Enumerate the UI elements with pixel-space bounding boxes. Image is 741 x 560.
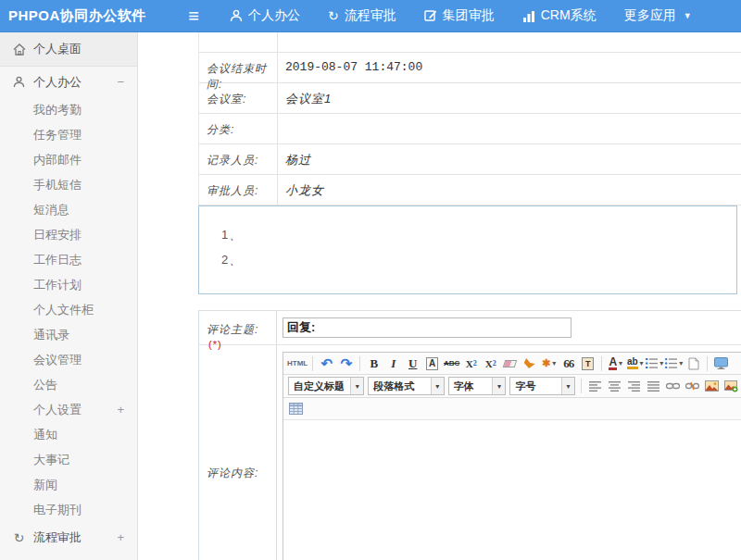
sidebar-item-label: 流程审批: [33, 529, 82, 546]
sidebar-item-contacts[interactable]: 通讯录: [0, 322, 137, 347]
sidebar-item-sms[interactable]: 手机短信: [0, 172, 137, 197]
nav-personal-office[interactable]: 个人办公: [230, 7, 300, 24]
format-brush-icon[interactable]: [521, 355, 538, 372]
eraser-icon[interactable]: [501, 355, 519, 372]
sidebar-item-label: 通知: [33, 428, 57, 442]
font-dialog-button[interactable]: A: [423, 355, 441, 372]
sidebar-item-workflow-approval[interactable]: ↻ 流程审批 +: [0, 522, 137, 553]
sidebar-item-label: 大事记: [33, 453, 69, 467]
blockquote-button[interactable]: 66: [559, 355, 577, 372]
custom-heading-dropdown[interactable]: 自定义标题 ▾: [288, 377, 364, 395]
nav-group-approval[interactable]: 集团审批: [424, 7, 495, 24]
sidebar-item-file-cabinet[interactable]: 个人文件柜: [0, 297, 137, 322]
sidebar-submenu: 我的考勤 任务管理 内部邮件 手机短信 短消息 日程安排 工作日志 工作计划 个…: [0, 97, 137, 522]
editor-toolbar-row3: [283, 398, 741, 420]
nav-more-apps[interactable]: 更多应用 ▼: [624, 7, 692, 24]
sidebar-item-label: 电子期刊: [33, 503, 82, 516]
sidebar-item-attendance[interactable]: 我的考勤: [0, 97, 137, 122]
redo-icon[interactable]: ↷: [337, 355, 355, 372]
home-icon: [12, 44, 26, 56]
align-left-icon[interactable]: [586, 378, 604, 395]
nav-workflow-approval[interactable]: ↻ 流程审批: [328, 7, 396, 24]
comment-subject-row: 评论主题: (*): [198, 311, 741, 345]
sidebar-item-label: 任务管理: [33, 128, 82, 142]
sidebar-item-label: 内部邮件: [33, 153, 82, 167]
sidebar-item-personal-settings[interactable]: 个人设置+: [0, 397, 137, 422]
sidebar-item-notifications[interactable]: 通知: [0, 422, 137, 447]
sidebar-item-tasks[interactable]: 任务管理: [0, 122, 137, 147]
font-family-dropdown[interactable]: 字体 ▾: [448, 377, 507, 395]
content-line: 2、: [221, 252, 736, 268]
align-center-icon[interactable]: [606, 378, 623, 395]
content-line: 1、: [221, 227, 736, 243]
sidebar-item-meetings[interactable]: 会议管理: [0, 347, 137, 372]
sidebar-item-ejournal[interactable]: 电子期刊: [0, 497, 137, 522]
expand-icon[interactable]: +: [117, 530, 124, 544]
bar-chart-icon: [522, 10, 535, 22]
insert-image-icon[interactable]: [703, 378, 721, 395]
paste-text-icon[interactable]: T: [579, 355, 597, 372]
unordered-list-button[interactable]: ▾: [665, 355, 683, 372]
expand-icon[interactable]: +: [117, 397, 124, 422]
sidebar-item-announcements[interactable]: 公告: [0, 372, 137, 397]
insert-image-upload-icon[interactable]: [722, 378, 740, 395]
editor-content-area[interactable]: [283, 420, 741, 560]
font-color-button[interactable]: A▾: [607, 355, 624, 372]
table-row-meeting-room: 会议室: 会议室1: [199, 83, 741, 114]
sidebar-item-label: 个人桌面: [33, 41, 82, 57]
chevron-down-icon: ▾: [561, 378, 574, 394]
sidebar-item-short-message[interactable]: 短消息: [0, 197, 137, 222]
top-navbar: PHPOA协同办公软件 ≡ 个人办公 ↻ 流程审批 集团审批 CRM系统 更多应…: [0, 0, 741, 32]
insert-link-icon[interactable]: [664, 378, 682, 395]
nav-label: 个人办公: [248, 7, 300, 24]
align-right-icon[interactable]: [625, 378, 643, 395]
sidebar-item-label: 工作日志: [33, 253, 82, 267]
sidebar-item-news[interactable]: 新闻: [0, 472, 137, 497]
sidebar-item-work-log[interactable]: 工作日志: [0, 247, 137, 272]
sidebar-item-milestones[interactable]: 大事记: [0, 447, 137, 472]
main-content: 会议结束时间: 2019-08-07 11:47:00 会议室: 会议室1 分类…: [138, 32, 741, 560]
sidebar-item-desktop[interactable]: 个人桌面: [0, 32, 137, 67]
font-size-dropdown[interactable]: 字号 ▾: [509, 377, 575, 395]
hamburger-icon[interactable]: ≡: [178, 6, 209, 27]
sidebar-item-label: 工作计划: [33, 278, 82, 292]
comment-subject-input[interactable]: [283, 317, 571, 338]
highlight-color-button[interactable]: ab▾: [626, 355, 644, 372]
nav-label: 更多应用: [624, 7, 676, 24]
sidebar-item-label: 短消息: [33, 203, 69, 217]
field-value: 2019-08-07 11:47:00: [278, 53, 741, 82]
new-document-icon[interactable]: [684, 355, 702, 372]
superscript-button[interactable]: X2: [462, 355, 480, 372]
comment-content-row: 评论内容: HTML ↶ ↷ B I: [198, 345, 741, 560]
underline-button[interactable]: U: [404, 355, 421, 372]
field-label: 评论主题: (*): [198, 311, 277, 344]
remove-link-icon[interactable]: [684, 378, 701, 395]
ordered-list-button[interactable]: ▾: [646, 355, 663, 372]
sidebar-item-internal-mail[interactable]: 内部邮件: [0, 147, 137, 172]
undo-icon[interactable]: ↶: [318, 355, 335, 372]
html-source-button[interactable]: HTML: [287, 355, 308, 372]
chevron-down-icon: ▾: [492, 378, 505, 394]
subscript-button[interactable]: X2: [482, 355, 499, 372]
sidebar-item-personal-office[interactable]: 个人办公 −: [0, 67, 137, 97]
nav-crm[interactable]: CRM系统: [522, 7, 597, 24]
app-title: PHPOA协同办公软件: [0, 7, 178, 25]
user-icon: [230, 9, 243, 22]
italic-button[interactable]: I: [384, 355, 402, 372]
nav-label: 集团审批: [443, 7, 495, 24]
table-row-end-time: 会议结束时间: 2019-08-07 11:47:00: [199, 53, 741, 83]
editor-toolbar-row1: HTML ↶ ↷ B I U A ABC X2 X2: [283, 353, 741, 375]
sidebar-item-schedule[interactable]: 日程安排: [0, 222, 137, 247]
bold-button[interactable]: B: [365, 355, 383, 372]
collapse-icon[interactable]: −: [117, 75, 124, 89]
meeting-content-box: 1、 2、: [198, 205, 737, 294]
text-effect-icon[interactable]: ✱▾: [540, 355, 558, 372]
paragraph-format-dropdown[interactable]: 段落格式 ▾: [368, 377, 444, 395]
align-justify-icon[interactable]: [645, 378, 662, 395]
user-icon: [12, 76, 26, 88]
sidebar-item-work-plan[interactable]: 工作计划: [0, 272, 137, 297]
fullscreen-icon[interactable]: [712, 355, 730, 372]
strikethrough-button[interactable]: ABC: [443, 355, 460, 372]
sidebar-item-label: 日程安排: [33, 228, 82, 242]
insert-table-icon[interactable]: [287, 400, 305, 417]
